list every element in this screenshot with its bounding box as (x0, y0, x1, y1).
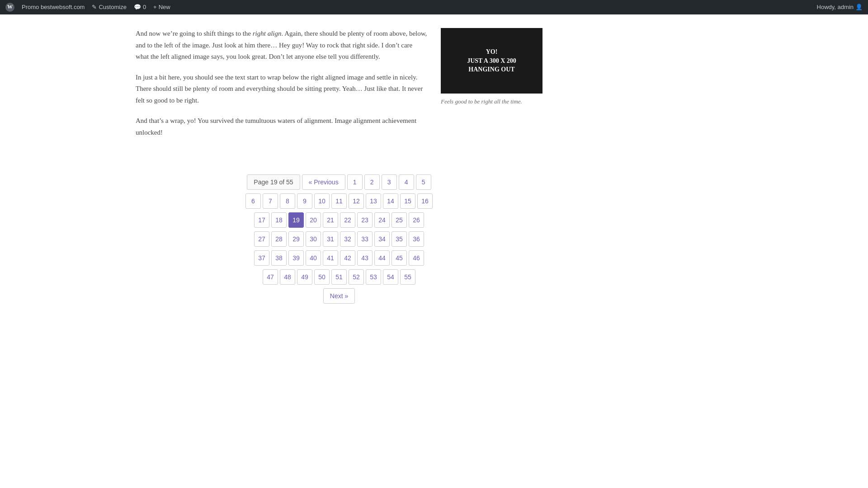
page-12[interactable]: 12 (349, 193, 364, 209)
main-content: YO! JUST A 300 X 200 HANGING OUT Feels g… (136, 28, 542, 304)
page-label: Page 19 of 55 (247, 174, 300, 190)
pagination-row-next: Next » (323, 288, 355, 304)
page-33[interactable]: 33 (357, 231, 373, 247)
page-22[interactable]: 22 (340, 212, 355, 228)
image-text-line3: HANGING OUT (468, 65, 514, 74)
page-39[interactable]: 39 (288, 250, 304, 266)
page-20[interactable]: 20 (306, 212, 321, 228)
howdy-label[interactable]: Howdy, admin 👤 (817, 3, 863, 12)
page-24[interactable]: 24 (374, 212, 390, 228)
page-43[interactable]: 43 (357, 250, 373, 266)
page-45[interactable]: 45 (392, 250, 407, 266)
page-21[interactable]: 21 (323, 212, 338, 228)
page-55[interactable]: 55 (400, 269, 415, 285)
page-48[interactable]: 48 (280, 269, 295, 285)
pagination-row-1: Page 19 of 55 « Previous 1 2 3 4 5 (247, 174, 431, 190)
new-link[interactable]: + New (153, 3, 170, 12)
figure-right: YO! JUST A 300 X 200 HANGING OUT Feels g… (441, 28, 542, 107)
page-32[interactable]: 32 (340, 231, 355, 247)
page-54[interactable]: 54 (383, 269, 398, 285)
page-16[interactable]: 16 (417, 193, 433, 209)
customize-label: Customize (99, 3, 126, 12)
page-wrapper: YO! JUST A 300 X 200 HANGING OUT Feels g… (0, 14, 868, 488)
comments-count: 0 (143, 3, 146, 12)
article-body: YO! JUST A 300 X 200 HANGING OUT Feels g… (136, 28, 542, 147)
new-label: New (159, 3, 170, 12)
page-52[interactable]: 52 (349, 269, 364, 285)
page-34[interactable]: 34 (374, 231, 390, 247)
page-7[interactable]: 7 (263, 193, 278, 209)
pagination: Page 19 of 55 « Previous 1 2 3 4 5 6 7 8… (136, 165, 542, 304)
page-46[interactable]: 46 (409, 250, 424, 266)
page-36[interactable]: 36 (409, 231, 424, 247)
page-1[interactable]: 1 (347, 174, 363, 190)
page-29[interactable]: 29 (288, 231, 304, 247)
page-28[interactable]: 28 (271, 231, 287, 247)
page-50[interactable]: 50 (314, 269, 330, 285)
page-2[interactable]: 2 (364, 174, 380, 190)
page-37[interactable]: 37 (254, 250, 269, 266)
pagination-row-3: 17 18 19 20 21 22 23 24 25 26 (254, 212, 424, 228)
pagination-row-4: 27 28 29 30 31 32 33 34 35 36 (254, 231, 424, 247)
page-41[interactable]: 41 (323, 250, 338, 266)
customize-link[interactable]: ✎ Customize (92, 3, 126, 12)
comments-link[interactable]: 💬 0 (134, 3, 146, 12)
previous-button[interactable]: « Previous (302, 174, 345, 190)
pagination-row-5: 37 38 39 40 41 42 43 44 45 46 (254, 250, 424, 266)
pagination-row-2: 6 7 8 9 10 11 12 13 14 15 16 (245, 193, 433, 209)
article-paragraph-3: And that’s a wrap, yo! You survived the … (136, 115, 542, 138)
site-link[interactable]: Promo bestwebsoft.com (22, 3, 85, 12)
page-49[interactable]: 49 (297, 269, 312, 285)
page-47[interactable]: 47 (263, 269, 278, 285)
page-27[interactable]: 27 (254, 231, 269, 247)
image-text-line1: YO! (486, 47, 498, 56)
admin-bar: W Promo bestwebsoft.com ✎ Customize 💬 0 … (0, 0, 868, 14)
page-23[interactable]: 23 (357, 212, 373, 228)
content-wrap: YO! JUST A 300 X 200 HANGING OUT Feels g… (118, 14, 750, 317)
page-35[interactable]: 35 (392, 231, 407, 247)
page-40[interactable]: 40 (306, 250, 321, 266)
sidebar (561, 28, 678, 304)
image-text-line2: JUST A 300 X 200 (467, 56, 516, 66)
page-51[interactable]: 51 (331, 269, 347, 285)
page-44[interactable]: 44 (374, 250, 390, 266)
page-25[interactable]: 25 (392, 212, 407, 228)
customize-icon: ✎ (92, 3, 97, 12)
page-26[interactable]: 26 (409, 212, 424, 228)
page-11[interactable]: 11 (331, 193, 347, 209)
page-42[interactable]: 42 (340, 250, 355, 266)
page-38[interactable]: 38 (271, 250, 287, 266)
page-18[interactable]: 18 (271, 212, 287, 228)
image-placeholder: YO! JUST A 300 X 200 HANGING OUT (441, 28, 542, 94)
page-17[interactable]: 17 (254, 212, 269, 228)
admin-avatar: 👤 (855, 3, 863, 12)
figure-caption: Feels good to be right all the time. (441, 97, 542, 107)
page-3[interactable]: 3 (382, 174, 397, 190)
admin-bar-right: Howdy, admin 👤 (817, 3, 863, 12)
page-14[interactable]: 14 (383, 193, 398, 209)
page-6[interactable]: 6 (245, 193, 261, 209)
page-31[interactable]: 31 (323, 231, 338, 247)
page-4[interactable]: 4 (399, 174, 414, 190)
page-13[interactable]: 13 (366, 193, 381, 209)
page-30[interactable]: 30 (306, 231, 321, 247)
pagination-row-6: 47 48 49 50 51 52 53 54 55 (263, 269, 415, 285)
page-53[interactable]: 53 (366, 269, 381, 285)
page-8[interactable]: 8 (280, 193, 295, 209)
page-15[interactable]: 15 (400, 193, 415, 209)
page-10[interactable]: 10 (314, 193, 330, 209)
new-icon: + (153, 3, 157, 12)
page-19-current: 19 (288, 212, 304, 228)
next-button[interactable]: Next » (323, 288, 355, 304)
wp-logo-icon[interactable]: W (5, 3, 14, 12)
page-9[interactable]: 9 (297, 193, 312, 209)
comments-icon: 💬 (134, 3, 141, 12)
site-link-label: Promo bestwebsoft.com (22, 3, 85, 12)
italic-text: right align (253, 30, 282, 37)
page-5[interactable]: 5 (416, 174, 431, 190)
